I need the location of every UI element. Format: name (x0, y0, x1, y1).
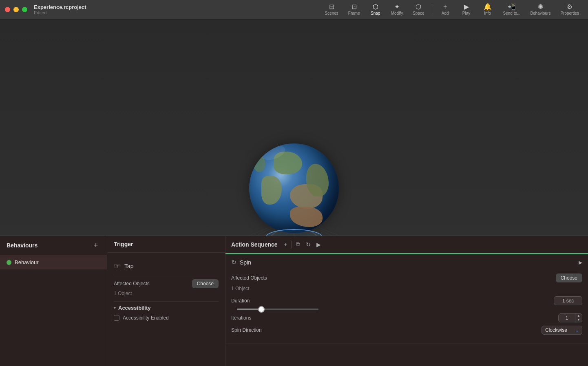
trigger-content: ☞ Tap Affected Objects Choose 1 Object ▾… (107, 253, 225, 366)
trigger-type-item[interactable]: ☞ Tap (114, 258, 219, 275)
affected-objects-label: Affected Objects (114, 281, 150, 287)
spin-play-button[interactable]: ▶ (579, 260, 582, 265)
stepper-up-arrow[interactable]: ▲ (575, 314, 582, 318)
trigger-divider (114, 301, 219, 302)
loop-action-button[interactable]: ↻ (304, 240, 312, 249)
accessibility-enabled-checkbox[interactable] (114, 315, 119, 321)
snap-label: Snap (371, 11, 380, 15)
accessibility-enabled-label: Accessibility Enabled (123, 315, 169, 321)
action-sequence-panel: Action Sequence + ⧉ ↻ ▶ (225, 236, 588, 366)
maximize-button[interactable] (22, 7, 27, 12)
spin-duration-label: Duration (231, 298, 250, 304)
toolbar-item-sendto[interactable]: 📲 Send to... (499, 2, 525, 17)
toolbar-item-play[interactable]: ▶ Play (457, 2, 476, 17)
action-sequence-header: Action Sequence + ⧉ ↻ ▶ (225, 236, 588, 253)
spin-action-left: ↻ Spin (231, 258, 251, 266)
toolbar-item-frame[interactable]: ⊡ Frame (344, 2, 364, 17)
toolbar-item-behaviours[interactable]: ✺ Behaviours (526, 2, 555, 17)
land-mass (274, 152, 302, 174)
accessibility-section-label: Accessibility (118, 305, 151, 311)
behaviour-item-name: Behaviour (15, 259, 39, 265)
spin-duration-slider-container (231, 309, 582, 313)
scenes-icon: ⊟ (329, 4, 334, 10)
action-header-divider (292, 241, 292, 248)
action-header-buttons: + ⧉ ↻ ▶ (283, 240, 323, 249)
spin-direction-select[interactable]: Clockwise ⌄ (542, 326, 582, 335)
spin-action: ↻ Spin ▶ Affected Objects Choose 1 Obj (225, 254, 588, 344)
snap-icon: ⬡ (373, 4, 378, 10)
play-action-button[interactable]: ▶ (315, 240, 323, 249)
scenes-label: Scenes (325, 11, 338, 15)
land-mass (306, 164, 329, 196)
spin-action-props: Affected Objects Choose 1 Object Duratio… (225, 270, 588, 344)
behaviours-label: Behaviours (530, 11, 550, 15)
toolbar-item-add[interactable]: + Add (435, 2, 455, 17)
accessibility-enabled-row: Accessibility Enabled (114, 315, 219, 321)
copy-action-button[interactable]: ⧉ (294, 240, 302, 249)
toolbar-item-space[interactable]: ⬡ Space (409, 2, 428, 17)
spin-duration-row: Duration 1 sec (231, 296, 582, 305)
info-label: Info (484, 11, 491, 15)
trigger-panel-title: Trigger (107, 236, 225, 253)
spin-iterations-value: 1 (559, 314, 575, 322)
land-mass (261, 176, 282, 205)
properties-label: Properties (560, 11, 579, 15)
toolbar-item-properties[interactable]: ⚙ Properties (556, 2, 583, 17)
action-content: ↻ Spin ▶ Affected Objects Choose 1 Obj (225, 254, 588, 366)
toolbar-item-scenes[interactable]: ⊟ Scenes (321, 2, 343, 17)
minimize-button[interactable] (13, 7, 19, 12)
chevron-down-icon: ⌄ (575, 328, 579, 333)
add-behaviour-button[interactable]: + (91, 241, 100, 250)
stepper-down-arrow[interactable]: ▼ (575, 318, 582, 322)
spin-action-label: Spin (240, 259, 251, 266)
behaviours-panel-title: Behaviours (7, 242, 38, 249)
frame-label: Frame (348, 11, 360, 15)
behaviours-icon: ✺ (538, 4, 543, 10)
spin-direction-value: Clockwise (545, 327, 567, 333)
title-info: Experience.rcproject Edited (34, 4, 86, 15)
space-icon: ⬡ (416, 4, 421, 10)
add-action-button[interactable]: + (283, 240, 289, 249)
stepper-arrows: ▲ ▼ (575, 314, 582, 322)
spin-action-header: ↻ Spin ▶ (225, 254, 588, 270)
bottom-panel: Behaviours + Behaviour Trigger ☞ Tap (0, 236, 588, 366)
info-icon: 🔔 (484, 4, 492, 10)
space-label: Space (413, 11, 424, 15)
modify-label: Modify (391, 11, 403, 15)
play-icon: ▶ (464, 4, 469, 10)
app-name: Experience.rcproject (34, 4, 86, 10)
accessibility-toggle[interactable]: ▾ Accessibility (114, 305, 219, 311)
toolbar-item-modify[interactable]: ✦ Modify (387, 2, 407, 17)
spin-iterations-stepper[interactable]: 1 ▲ ▼ (558, 313, 582, 322)
spin-icon: ↻ (231, 258, 237, 266)
trigger-panel: Trigger ☞ Tap Affected Objects Choose 1 … (107, 236, 225, 366)
close-button[interactable] (5, 7, 10, 12)
spin-direction-label: Spin Direction (231, 327, 262, 333)
action-sequence-title: Action Sequence (231, 241, 278, 248)
viewport[interactable]: Behaviours + Behaviour Trigger ☞ Tap (0, 20, 588, 366)
action-choose-button[interactable]: Choose (556, 273, 582, 282)
add-icon: + (443, 4, 447, 10)
trigger-choose-button[interactable]: Choose (192, 279, 219, 288)
toolbar-item-snap[interactable]: ⬡ Snap (366, 2, 385, 17)
add-label: Add (442, 11, 449, 15)
spin-affected-row: Affected Objects Choose (231, 273, 582, 282)
spin-direction-row: Spin Direction Clockwise ⌄ (231, 326, 582, 335)
globe-container[interactable] (249, 143, 339, 233)
affected-objects-section: Affected Objects Choose 1 Object (114, 279, 219, 296)
behaviour-list-item[interactable]: Behaviour (0, 255, 107, 269)
behaviour-status-dot (7, 260, 11, 265)
behaviours-header: Behaviours + (0, 236, 107, 255)
toolbar-item-info[interactable]: 🔔 Info (478, 2, 497, 17)
sendto-icon: 📲 (508, 4, 516, 10)
globe (249, 143, 339, 233)
spin-duration-value[interactable]: 1 sec (554, 296, 582, 305)
titlebar: Experience.rcproject Edited ⊟ Scenes ⊡ F… (0, 0, 588, 20)
play-label: Play (462, 11, 470, 15)
slider-thumb[interactable] (258, 306, 265, 313)
properties-icon: ⚙ (567, 4, 573, 10)
spin-duration-slider[interactable] (237, 309, 318, 310)
spin-affected-label: Affected Objects (231, 275, 267, 281)
trigger-object-count: 1 Object (114, 291, 219, 296)
window-controls (5, 7, 27, 12)
